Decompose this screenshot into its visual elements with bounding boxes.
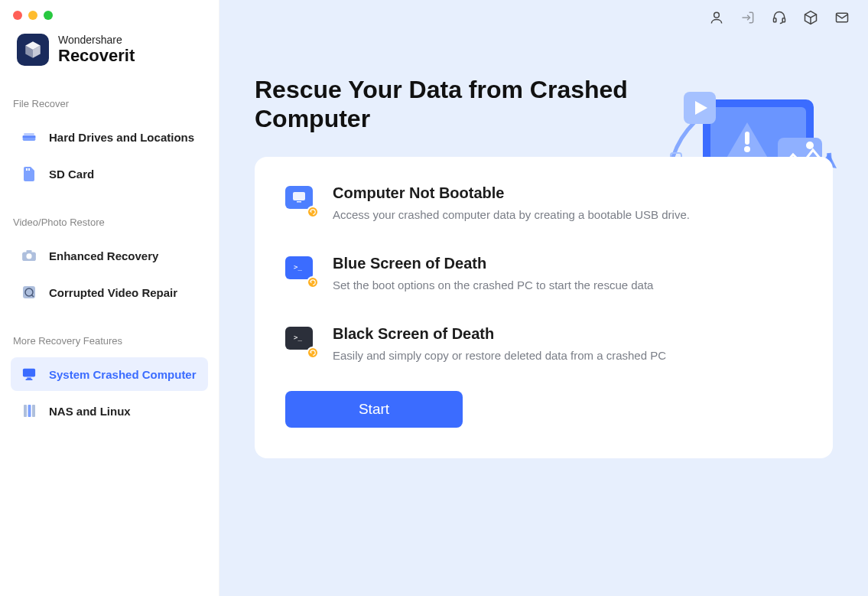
mail-icon[interactable] [834,10,850,25]
monitor-icon [21,366,37,382]
sidebar: Wondershare Recoverit File Recover Hard … [0,0,219,596]
feature-blue-screen: >_ Blue Screen of Death Set the boot opt… [285,255,793,293]
svg-rect-6 [26,250,31,253]
hdd-icon [21,129,37,145]
computer-not-bootable-icon [285,186,316,215]
repair-icon [21,285,37,300]
start-button[interactable]: Start [285,391,463,428]
svg-rect-11 [23,369,35,377]
sidebar-item-label: Hard Drives and Locations [49,131,194,144]
svg-rect-12 [27,378,31,379]
svg-rect-16 [32,405,35,417]
brand-name-top: Wondershare [58,34,135,46]
blue-screen-icon: >_ [285,256,316,285]
svg-rect-18 [774,18,776,22]
cube-icon[interactable] [803,10,818,25]
feature-title: Black Screen of Death [333,325,793,343]
login-icon[interactable] [740,10,756,25]
sidebar-section-label: Video/Photo Restore [0,217,219,228]
sidebar-item-hard-drives[interactable]: Hard Drives and Locations [11,120,208,154]
sidebar-item-enhanced-recovery[interactable]: Enhanced Recovery [11,239,208,272]
sidebar-item-label: Corrupted Video Repair [49,286,177,299]
sidebar-item-system-crashed-computer[interactable]: System Crashed Computer [11,357,208,391]
feature-black-screen: >_ Black Screen of Death Easily and simp… [285,325,793,363]
feature-title: Blue Screen of Death [333,255,793,272]
svg-rect-35 [293,192,305,200]
svg-rect-3 [26,168,28,171]
svg-rect-13 [26,379,33,380]
black-screen-icon: >_ [285,327,316,356]
svg-rect-29 [745,132,749,145]
sd-card-icon [21,166,37,181]
svg-point-7 [26,253,31,259]
maximize-window-button[interactable] [44,11,53,20]
svg-point-31 [806,142,814,149]
svg-rect-1 [23,135,36,138]
svg-rect-15 [28,405,31,417]
svg-text:>_: >_ [294,334,302,341]
feature-desc: Access your crashed computer data by cre… [333,207,793,223]
svg-point-17 [714,12,720,18]
feature-title: Computer Not Bootable [333,184,793,202]
sidebar-item-label: Enhanced Recovery [49,249,158,262]
sidebar-section-label: More Recovery Features [0,335,219,347]
brand-name-bottom: Recoverit [58,47,135,65]
sidebar-item-label: NAS and Linux [49,405,131,418]
svg-rect-2 [24,133,34,135]
svg-rect-36 [297,201,301,203]
window-controls [0,0,219,20]
feature-desc: Set the boot options on the crashed PC t… [333,277,793,293]
sidebar-item-label: SD Card [49,168,94,181]
svg-rect-14 [24,405,27,417]
topbar [219,0,868,35]
nas-icon [21,403,37,419]
close-window-button[interactable] [13,11,22,20]
svg-rect-19 [782,18,785,22]
svg-point-28 [744,146,750,152]
sidebar-section-label: File Recover [0,98,219,109]
sidebar-item-label: System Crashed Computer [49,368,197,381]
sidebar-item-sd-card[interactable]: SD Card [11,157,208,191]
features-card: Computer Not Bootable Access your crashe… [255,157,833,458]
svg-text:>_: >_ [294,263,302,271]
svg-rect-4 [28,168,30,171]
feature-not-bootable: Computer Not Bootable Access your crashe… [285,184,793,223]
sidebar-item-nas-linux[interactable]: NAS and Linux [11,394,208,428]
user-icon[interactable] [709,10,724,25]
main-panel: Rescue Your Data from Crashed Computer [219,0,868,596]
page-title: Rescue Your Data from Crashed Computer [219,35,648,134]
brand: Wondershare Recoverit [0,20,219,66]
brand-logo-icon [17,34,49,66]
feature-desc: Easily and simply copy or restore delete… [333,347,793,363]
sidebar-item-corrupted-video-repair[interactable]: Corrupted Video Repair [11,275,208,309]
headset-icon[interactable] [772,10,787,25]
minimize-window-button[interactable] [28,11,37,20]
camera-icon [21,248,37,263]
